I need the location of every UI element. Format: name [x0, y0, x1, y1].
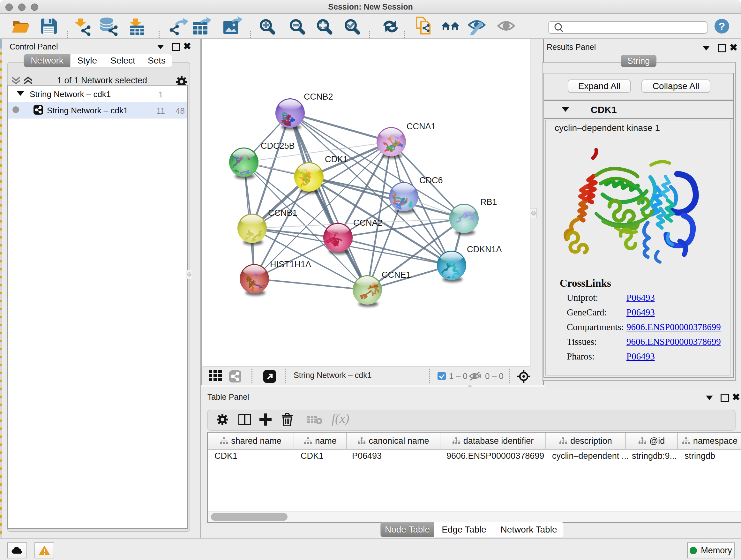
svg-text:RB1: RB1 — [480, 197, 497, 207]
svg-text:CCNB1: CCNB1 — [268, 208, 297, 218]
svg-text:CCNE1: CCNE1 — [382, 270, 411, 280]
svg-text:CDKN1A: CDKN1A — [467, 245, 502, 254]
svg-text:?: ? — [719, 20, 725, 32]
svg-text:HIST1H1A: HIST1H1A — [270, 260, 311, 269]
svg-text:CDC25B: CDC25B — [261, 141, 295, 151]
svg-text:CCNB2: CCNB2 — [304, 92, 333, 102]
svg-text:CDC6: CDC6 — [419, 176, 443, 185]
svg-text:CDK1: CDK1 — [325, 154, 348, 164]
svg-text:CCNA1: CCNA1 — [407, 122, 436, 131]
svg-text:CCNA2: CCNA2 — [353, 218, 383, 228]
